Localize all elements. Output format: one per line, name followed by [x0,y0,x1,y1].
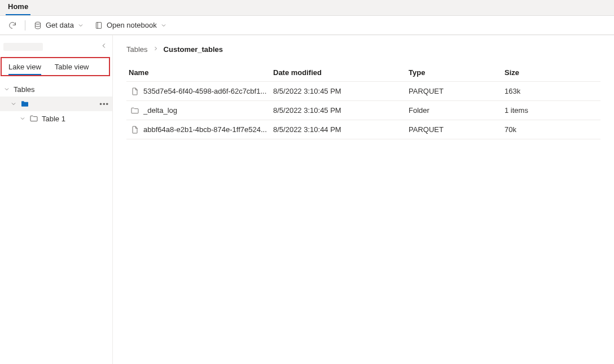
cell-modified: 8/5/2022 3:10:45 PM [273,106,409,115]
cell-size: 1 items [505,106,600,115]
refresh-icon [8,21,17,30]
notebook-icon [94,21,103,30]
breadcrumb: Tables Customer_tables [126,45,600,54]
cell-name: 535d7e54-6f40-4598-ad6f-62c7cbf1... [143,87,273,95]
tab-table-view[interactable]: Table view [48,58,96,75]
get-data-label: Get data [46,21,74,29]
toolbar: Get data Open notebook [0,16,614,35]
content-area: Tables Customer_tables Name Date modifie… [113,35,614,364]
col-header-type[interactable]: Type [409,68,505,77]
cell-type: PARQUET [409,87,505,95]
svg-point-0 [35,22,40,24]
tree-label: Tables [14,85,35,94]
cell-size: 163k [505,87,600,95]
table-row[interactable]: 535d7e54-6f40-4598-ad6f-62c7cbf1... 8/5/… [126,82,600,101]
chevron-down-icon [160,22,167,29]
folder-icon [20,99,29,108]
chevron-down-icon [10,100,17,107]
get-data-button[interactable]: Get data [30,19,87,32]
table-row[interactable]: abbf64a8-e2b1-4bcb-874e-1ff7e524... 8/5/… [126,120,600,139]
col-header-name[interactable]: Name [126,68,273,77]
file-table: Name Date modified Type Size 535d7e54-6f… [126,64,600,139]
explorer-tree: Tables ••• Table 1 [0,81,112,127]
tree-node-customer-tables[interactable]: ••• [0,97,112,111]
chevron-right-icon [152,45,159,54]
table-header-row: Name Date modified Type Size [126,64,600,82]
col-header-size[interactable]: Size [505,68,600,77]
open-notebook-button[interactable]: Open notebook [91,19,170,32]
cell-size: 70k [505,125,600,134]
tree-node-table-1[interactable]: Table 1 [0,111,112,126]
open-notebook-label: Open notebook [107,21,157,29]
tree-node-tables[interactable]: Tables [0,82,112,97]
chevron-down-icon [77,22,84,29]
cell-type: Folder [409,106,505,115]
svg-rect-1 [96,22,101,28]
cell-type: PARQUET [409,125,505,134]
folder-outline-icon [126,106,143,115]
tab-lake-view[interactable]: Lake view [2,58,48,75]
sidebar: Lake view Table view Tables ••• [0,35,113,364]
cell-name: abbf64a8-e2b1-4bcb-874e-1ff7e524... [143,125,273,134]
chevron-down-icon [3,86,10,93]
collapse-sidebar-button[interactable] [99,41,109,52]
breadcrumb-root[interactable]: Tables [126,45,148,54]
tree-label: Table 1 [42,115,65,123]
col-header-modified[interactable]: Date modified [273,68,409,77]
cell-name: _delta_log [143,106,273,115]
folder-outline-icon [29,114,38,123]
view-tabs-highlight: Lake view Table view [1,57,110,76]
toolbar-separator [25,20,25,30]
ribbon-tab-bar: Home [0,0,614,16]
chevron-down-icon [19,115,26,122]
database-icon [33,21,42,30]
lakehouse-name-placeholder [3,43,43,51]
table-row[interactable]: _delta_log 8/5/2022 3:10:45 PM Folder 1 … [126,101,600,120]
file-icon [126,87,143,96]
more-options-icon[interactable]: ••• [99,100,109,108]
cell-modified: 8/5/2022 3:10:44 PM [273,125,409,134]
breadcrumb-current: Customer_tables [164,45,223,54]
ribbon-tab-home[interactable]: Home [6,0,30,15]
file-icon [126,125,143,134]
cell-modified: 8/5/2022 3:10:45 PM [273,87,409,95]
refresh-button[interactable] [5,19,20,32]
